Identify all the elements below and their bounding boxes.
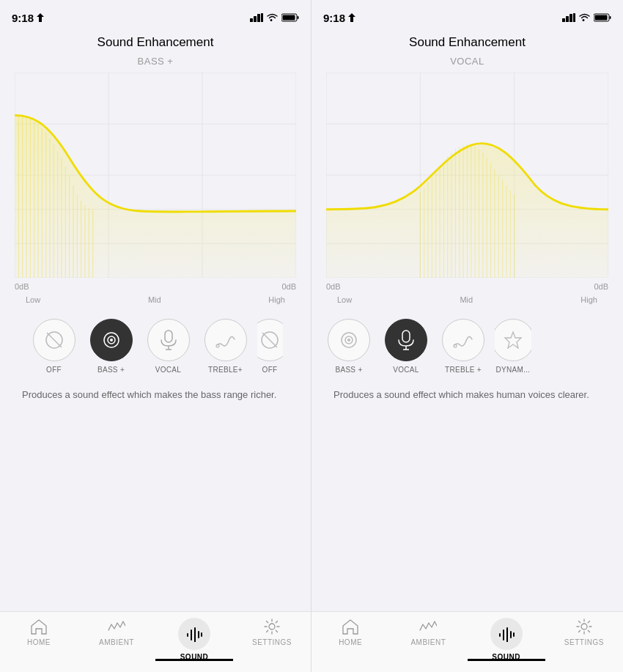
settings-icon-2 xyxy=(576,619,592,635)
panel-vocal: 9:18 Sound Enhancemen xyxy=(312,0,623,672)
page-title-2: Sound Enhancement xyxy=(312,32,623,56)
battery-icon-1 xyxy=(281,13,299,22)
mode-btn-label-vocal-1: VOCAL xyxy=(155,366,181,374)
nav-home-2[interactable]: HOME xyxy=(312,618,389,646)
status-time-1: 9:18 xyxy=(12,12,44,24)
svg-marker-105 xyxy=(505,332,521,348)
mode-btn-vocal-1[interactable]: VOCAL xyxy=(143,319,194,374)
freq-labels-1: Low Mid High xyxy=(0,292,311,304)
mode-label-2: VOCAL xyxy=(312,56,623,67)
nav-underline-2 xyxy=(468,659,545,661)
freq-labels-2: Low Mid High xyxy=(312,292,623,304)
nav-sound-2[interactable]: SOUND xyxy=(468,618,545,661)
odb-right-1: 0dB xyxy=(281,282,296,291)
svg-rect-56 xyxy=(562,18,565,22)
nav-sound-1[interactable]: SOUND xyxy=(155,618,233,661)
off2-icon-1 xyxy=(260,331,279,350)
mode-btn-circle-bass-1[interactable] xyxy=(90,319,133,361)
svg-rect-57 xyxy=(566,16,569,22)
home-icon-1 xyxy=(30,619,48,635)
nav-settings-label-1: SETTINGS xyxy=(252,638,292,646)
location-icon-1 xyxy=(37,13,44,22)
svg-rect-6 xyxy=(283,15,295,21)
status-bar-1: 9:18 xyxy=(0,0,311,32)
mode-btn-off-1[interactable]: OFF xyxy=(29,319,80,374)
nav-ambient-label-2: AMBIENT xyxy=(410,638,446,646)
svg-rect-58 xyxy=(569,14,572,22)
status-icons-2 xyxy=(562,13,611,22)
mode-btn-label-off-1: OFF xyxy=(46,366,62,374)
mode-btn-vocal-2[interactable]: VOCAL xyxy=(380,319,432,374)
mode-btn-circle-treble-1[interactable] xyxy=(204,319,247,361)
mode-buttons-2: BASS + VOCAL TREBLE + xyxy=(312,304,623,380)
mode-btn-label-off2-1: OFF xyxy=(262,366,278,374)
description-2: Produces a sound effect which makes huma… xyxy=(312,380,623,410)
mode-btn-circle-off2-1[interactable] xyxy=(257,319,283,361)
freq-mid-1: Mid xyxy=(148,295,161,304)
sound-icon-1 xyxy=(185,626,203,642)
nav-home-1[interactable]: HOME xyxy=(0,618,78,646)
svg-rect-61 xyxy=(595,15,608,21)
wifi-icon-1 xyxy=(267,13,278,22)
treble-icon-1 xyxy=(215,332,236,348)
mode-btn-treble-1[interactable]: TREBLE+ xyxy=(200,319,251,374)
mode-btn-label-dynamic-2: DYNAM... xyxy=(496,366,531,374)
svg-point-111 xyxy=(581,624,587,629)
vocal-icon-2 xyxy=(397,330,415,350)
mode-btn-bass-2[interactable]: BASS + xyxy=(323,319,375,374)
axis-labels-2: 0dB 0dB xyxy=(312,278,623,291)
mode-btn-circle-vocal-2[interactable] xyxy=(385,319,427,361)
odb-left-2: 0dB xyxy=(326,282,341,291)
nav-settings-1[interactable]: SETTINGS xyxy=(233,618,311,646)
nav-ambient-icon-2 xyxy=(419,618,437,635)
svg-line-48 xyxy=(262,333,277,347)
mode-label-1: BASS + xyxy=(0,56,311,67)
mode-btn-treble-2[interactable]: TREBLE + xyxy=(438,319,489,374)
svg-rect-7 xyxy=(298,16,299,19)
mode-btn-label-bass-2: BASS + xyxy=(335,366,362,374)
nav-sound-circle-1 xyxy=(178,618,210,650)
signal-icon-2 xyxy=(562,13,575,22)
svg-marker-55 xyxy=(348,13,355,22)
dynamic-icon-2 xyxy=(504,331,523,350)
eq-chart-1 xyxy=(15,73,296,278)
bottom-nav-1: HOME AMBIENT SOUND xyxy=(0,611,311,672)
freq-low-1: Low xyxy=(26,295,40,304)
nav-ambient-2[interactable]: AMBIENT xyxy=(389,618,467,646)
eq-svg-1 xyxy=(15,73,296,278)
nav-home-icon-2 xyxy=(342,618,359,635)
nav-settings-2[interactable]: SETTINGS xyxy=(545,618,623,646)
eq-chart-2 xyxy=(326,73,608,278)
mode-btn-circle-bass-2[interactable] xyxy=(328,319,370,361)
nav-settings-icon-1 xyxy=(263,618,281,635)
odb-left-1: 0dB xyxy=(15,282,29,291)
mode-btn-label-bass-1: BASS + xyxy=(97,366,125,374)
svg-point-100 xyxy=(347,339,350,341)
mode-btn-circle-dynamic-2[interactable] xyxy=(495,319,531,361)
settings-icon-1 xyxy=(264,619,280,635)
freq-high-2: High xyxy=(580,295,597,304)
status-icons-1 xyxy=(250,13,299,22)
mode-btn-circle-off-1[interactable] xyxy=(33,319,75,361)
axis-labels-1: 0dB 0dB xyxy=(0,278,311,291)
freq-low-2: Low xyxy=(337,295,352,304)
mode-buttons-1: OFF BASS + VOCAL xyxy=(0,304,311,380)
mode-btn-bass-1[interactable]: BASS + xyxy=(86,319,137,374)
mode-btn-off2-1[interactable]: OFF xyxy=(257,319,283,374)
mode-btn-circle-treble-2[interactable] xyxy=(442,319,484,361)
svg-rect-2 xyxy=(254,16,257,22)
nav-sound-circle-2 xyxy=(490,618,523,650)
nav-settings-label-2: SETTINGS xyxy=(564,638,604,646)
mode-btn-circle-vocal-1[interactable] xyxy=(147,319,190,361)
freq-high-1: High xyxy=(268,295,285,304)
mode-btn-dynamic-2[interactable]: DYNAM... xyxy=(495,319,531,374)
nav-ambient-1[interactable]: AMBIENT xyxy=(78,618,155,646)
svg-rect-62 xyxy=(610,16,611,19)
vocal-icon-1 xyxy=(160,330,177,350)
panel-bass: 9:18 xyxy=(0,0,312,672)
page-title-1: Sound Enhancement xyxy=(0,32,311,56)
nav-ambient-icon-1 xyxy=(108,618,125,635)
status-bar-2: 9:18 xyxy=(312,0,623,32)
ambient-icon-2 xyxy=(419,619,437,635)
wifi-icon-2 xyxy=(579,13,590,22)
